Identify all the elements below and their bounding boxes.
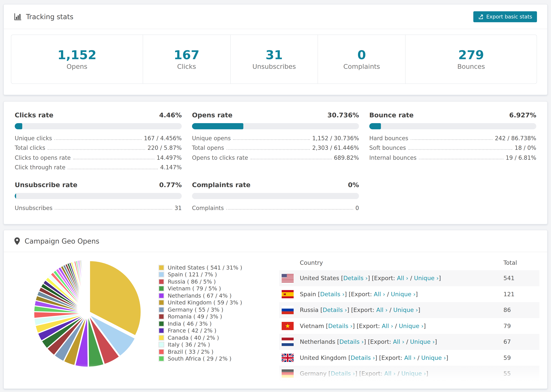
rate-row-value: 31 (175, 205, 182, 211)
legend-label: United States ( 541 / 31% ) (168, 264, 242, 271)
export-all-link[interactable]: All › (382, 322, 393, 329)
stat-label: Clicks (177, 63, 196, 70)
stat-cell-bounces: 279Bounces (405, 35, 537, 84)
complaints-rate-section: Complaints rate0%Complaints0 (192, 181, 359, 213)
details-link[interactable]: Details › (320, 291, 345, 298)
legend-label: United Kingdom ( 59 / 3% ) (168, 300, 242, 306)
rate-row-value: 18 / 0% (515, 145, 536, 151)
dotted-leader (233, 139, 310, 140)
separator: / (393, 322, 399, 329)
map-pin-icon (14, 237, 20, 245)
dashboard-page: Tracking stats Export basic stats 1,152O… (0, 0, 551, 392)
dotted-leader (54, 139, 141, 140)
rate-row-value: 1,152 / 30.736% (312, 135, 359, 142)
export-unique-link[interactable]: Unique › (401, 370, 426, 377)
stat-value: 1,152 (57, 48, 97, 62)
total-cell: 55 (503, 370, 539, 377)
legend-swatch (158, 321, 164, 327)
export-icon (478, 14, 484, 19)
rate-row-value: 242 / 86.738% (495, 135, 536, 142)
export-all-link[interactable]: All › (384, 370, 396, 377)
total-cell: 121 (503, 291, 539, 298)
legend-label: Italy ( 36 / 2% ) (168, 342, 210, 348)
progress-fill (15, 123, 22, 129)
rate-row-label: Clicks to opens rate (15, 155, 71, 161)
export-all-link[interactable]: All › (404, 354, 416, 361)
export-unique-link[interactable]: Unique › (421, 354, 446, 361)
progress-fill (15, 193, 16, 199)
bracket: ] [Export: (368, 275, 397, 282)
legend-label: Romania ( 49 / 3% ) (168, 314, 222, 320)
rate-row-value: 19 / 6.81% (506, 155, 536, 161)
details-link[interactable]: Details › (323, 307, 347, 314)
bracket: ] [Export: (353, 322, 382, 329)
legend-swatch (158, 286, 164, 292)
country-cell: Germany [Details ›] [Export: All › / Uni… (300, 370, 503, 377)
bounce-rate-title: Bounce rate (369, 111, 414, 119)
geo-table-row: Germany [Details ›] [Export: All › / Uni… (279, 366, 539, 382)
clicks-rate-value: 4.46% (159, 111, 182, 119)
unsubscribe-rate-value: 0.77% (159, 181, 182, 189)
export-all-link[interactable]: All › (374, 291, 385, 298)
legend-label: Netherlands ( 67 / 4% ) (168, 293, 232, 299)
rates-card: Clicks rate4.46%Unique clicks167 / 4.456… (3, 101, 548, 224)
export-basic-stats-button[interactable]: Export basic stats (473, 11, 537, 22)
legend-label: Germany ( 55 / 3% ) (168, 307, 223, 313)
rate-row-label: Unique opens (192, 135, 231, 142)
bar-chart-icon (14, 13, 21, 20)
export-all-link[interactable]: All › (376, 307, 388, 314)
country-name: Vietnam (300, 322, 326, 329)
rate-row-value: 689.82% (334, 155, 359, 161)
rate-row-value: 167 / 4.456% (144, 135, 182, 142)
opens-rate-head: Opens rate30.736% (192, 111, 359, 119)
export-all-link[interactable]: All › (393, 338, 404, 345)
legend-swatch (158, 328, 164, 334)
legend-swatch (158, 356, 164, 362)
details-link[interactable]: Details › (331, 370, 355, 377)
legend-label: Brazil ( 33 / 2% ) (168, 349, 213, 355)
country-name: Spain (300, 291, 318, 298)
total-column-header: Total (503, 259, 539, 266)
stat-cell-complaints: 0Complaints (318, 35, 405, 84)
total-cell: 67 (503, 338, 539, 345)
rate-row-value: 220 / 5.87% (148, 145, 182, 151)
export-unique-link[interactable]: Unique › (393, 307, 418, 314)
legend-item: Germany ( 55 / 3% ) (158, 306, 242, 313)
rate-detail-row: Clicks to opens rate14.497% (15, 153, 182, 163)
export-unique-link[interactable]: Unique › (410, 338, 435, 345)
export-unique-link[interactable]: Unique › (414, 275, 438, 282)
details-link[interactable]: Details › (351, 354, 375, 361)
rate-row-label: Total clicks (15, 145, 45, 151)
separator: / (396, 370, 401, 377)
bracket: [ (320, 307, 323, 314)
export-all-link[interactable]: All › (397, 275, 409, 282)
complaints-rate-progress-bar (192, 193, 359, 199)
rate-row-label: Click through rate (15, 164, 65, 171)
rate-detail-row: Unique clicks167 / 4.456% (15, 133, 182, 143)
details-link[interactable]: Details › (339, 338, 364, 345)
stat-value: 0 (357, 48, 366, 62)
separator: / (416, 354, 421, 361)
stat-label: Unsubscribes (252, 63, 296, 70)
export-unique-link[interactable]: Unique › (399, 322, 424, 329)
clicks-rate-title: Clicks rate (15, 111, 53, 119)
details-link[interactable]: Details › (343, 275, 367, 282)
bounce-rate-value: 6.927% (509, 111, 536, 119)
bracket: ] (418, 307, 420, 314)
legend-swatch (158, 314, 164, 320)
stat-value: 279 (458, 48, 484, 62)
rate-detail-row: Hard bounces242 / 86.738% (369, 133, 536, 143)
gb-flag-icon (282, 354, 294, 362)
export-unique-link[interactable]: Unique › (391, 291, 416, 298)
rate-row-label: Unique clicks (15, 135, 52, 142)
legend-swatch (158, 307, 164, 313)
details-link[interactable]: Details › (328, 322, 353, 329)
country-cell: Netherlands [Details ›] [Export: All › /… (300, 338, 503, 345)
total-cell: 541 (503, 275, 539, 282)
rate-row-label: Complaints (192, 205, 224, 211)
legend-item: South Africa ( 29 / 2% ) (158, 355, 242, 362)
clicks-rate-head: Clicks rate4.46% (15, 111, 182, 119)
geo-table-row: Vietnam [Details ›] [Export: All › / Uni… (279, 318, 539, 334)
dotted-leader (48, 149, 145, 150)
stat-value: 167 (174, 48, 199, 62)
